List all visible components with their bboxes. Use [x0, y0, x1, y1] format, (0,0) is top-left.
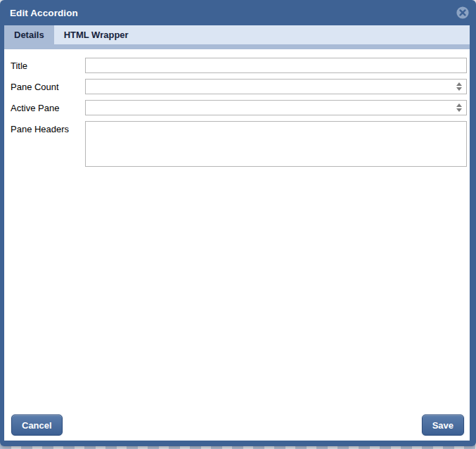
tab-details[interactable]: Details: [4, 25, 54, 44]
pane-headers-textarea[interactable]: [85, 121, 467, 167]
close-icon: [456, 6, 469, 19]
pane-count-input[interactable]: [85, 79, 467, 94]
pane-count-stepper: [456, 82, 462, 91]
title-label: Title: [11, 58, 85, 73]
dialog-titlebar: Edit Accordion: [0, 0, 476, 25]
dialog-title: Edit Accordion: [10, 8, 78, 18]
chevron-up-icon[interactable]: [456, 82, 462, 86]
cancel-button[interactable]: Cancel: [11, 415, 63, 436]
active-pane-stepper: [456, 103, 462, 112]
save-button[interactable]: Save: [422, 415, 464, 436]
close-button[interactable]: [456, 6, 470, 20]
details-form: Title Pane Count Active Pane: [4, 49, 470, 167]
title-input[interactable]: [85, 58, 467, 73]
form-row-pane-count: Pane Count: [11, 79, 467, 94]
tab-html-wrapper[interactable]: HTML Wrapper: [54, 25, 139, 44]
form-row-pane-headers: Pane Headers: [11, 121, 467, 167]
pane-count-label: Pane Count: [11, 79, 85, 94]
chevron-down-icon[interactable]: [456, 87, 462, 91]
form-row-title: Title: [11, 58, 467, 73]
chevron-down-icon[interactable]: [456, 108, 462, 112]
chevron-up-icon[interactable]: [456, 103, 462, 107]
tab-strip: Details HTML Wrapper: [4, 25, 470, 44]
active-pane-input[interactable]: [85, 100, 467, 115]
tab-active-band: [4, 44, 470, 49]
dialog-content: Title Pane Count Active Pane: [4, 49, 470, 441]
edit-accordion-dialog: Edit Accordion Details HTML Wrapper Titl…: [0, 0, 476, 446]
form-row-active-pane: Active Pane: [11, 100, 467, 115]
pane-headers-label: Pane Headers: [11, 121, 85, 167]
active-pane-label: Active Pane: [11, 100, 85, 115]
